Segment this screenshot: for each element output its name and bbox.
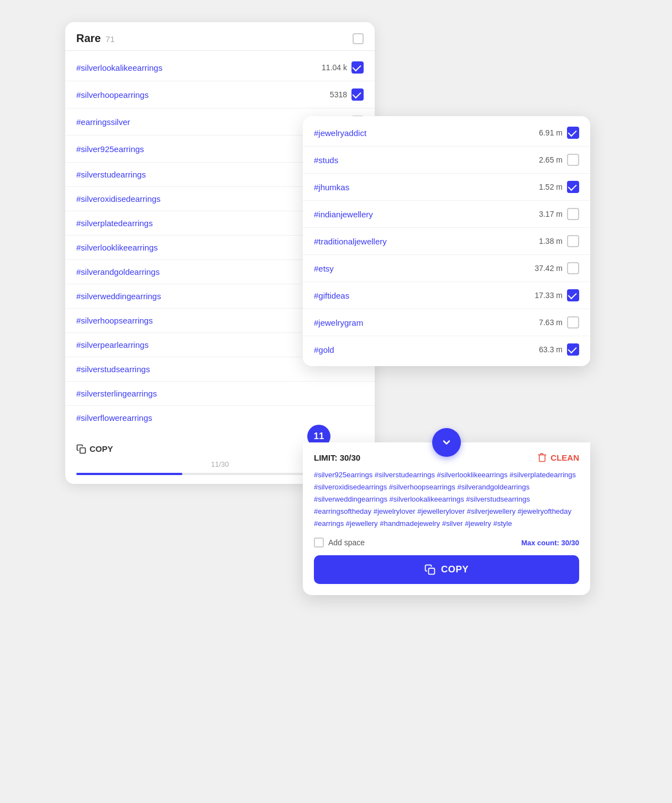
add-space-label[interactable]: Add space xyxy=(314,538,365,548)
main-hashtag-list: #jewelryaddict 6.91 m #studs 2.65 m #jhu… xyxy=(303,116,590,366)
chevron-down-icon xyxy=(441,437,452,448)
copy-icon-small xyxy=(76,444,86,454)
svg-rect-1 xyxy=(428,569,434,575)
list-item[interactable]: #silverhoopearrings 5318 xyxy=(65,81,375,108)
list-item[interactable]: #jewelryaddict 6.91 m xyxy=(303,119,590,147)
list-item[interactable]: #giftideas 17.33 m xyxy=(303,282,590,309)
list-item[interactable]: #silversterlingearrings xyxy=(65,382,375,406)
limit-label: LIMIT: 30/30 xyxy=(314,453,360,462)
list-item[interactable]: #etsy 37.42 m xyxy=(303,255,590,282)
rare-panel-header: Rare 71 xyxy=(65,22,375,51)
add-space-checkbox[interactable] xyxy=(314,538,324,548)
list-item[interactable]: #silverlookalikeearrings 11.04 k xyxy=(65,54,375,81)
check-icon[interactable] xyxy=(567,127,579,139)
list-item[interactable]: #jhumkas 1.52 m xyxy=(303,174,590,201)
list-item[interactable]: #studs 2.65 m xyxy=(303,147,590,174)
list-item[interactable]: #jewelrygram 7.63 m xyxy=(303,309,590,336)
check-icon[interactable] xyxy=(351,88,364,101)
list-item[interactable]: #traditionaljewellery 1.38 m xyxy=(303,228,590,255)
unchecked-icon[interactable] xyxy=(567,154,579,166)
unchecked-icon[interactable] xyxy=(567,208,579,220)
copy-button-main[interactable]: COPY xyxy=(314,555,579,584)
copy-icon-main xyxy=(424,564,435,575)
hashtag-preview-text: #silver925earrings #silverstudearrings #… xyxy=(314,469,579,530)
check-icon[interactable] xyxy=(567,289,579,301)
trash-icon xyxy=(537,452,547,462)
unchecked-icon[interactable] xyxy=(567,235,579,247)
list-item[interactable]: #silverflowerearrings xyxy=(65,406,375,430)
add-space-row: Add space Max count: 30/30 xyxy=(314,538,579,548)
clean-button[interactable]: CLEAN xyxy=(537,452,579,462)
check-icon[interactable] xyxy=(567,181,579,193)
list-item[interactable]: #gold 63.3 m xyxy=(303,336,590,363)
check-icon[interactable] xyxy=(351,61,364,74)
max-count: Max count: 30/30 xyxy=(521,539,579,547)
copy-button-small[interactable]: COPY xyxy=(76,444,113,454)
unchecked-icon[interactable] xyxy=(567,262,579,274)
list-item[interactable]: #indianjewellery 3.17 m xyxy=(303,201,590,228)
bottom-panel: LIMIT: 30/30 CLEAN #silver925earrings #s… xyxy=(303,442,590,595)
svg-rect-0 xyxy=(80,447,86,453)
main-panel: #jewelryaddict 6.91 m #studs 2.65 m #jhu… xyxy=(303,116,590,366)
unchecked-icon[interactable] xyxy=(567,316,579,328)
scroll-down-button[interactable] xyxy=(432,428,461,457)
check-icon[interactable] xyxy=(567,343,579,356)
rare-panel-title: Rare 71 xyxy=(76,32,115,45)
select-all-checkbox[interactable] xyxy=(353,33,364,44)
